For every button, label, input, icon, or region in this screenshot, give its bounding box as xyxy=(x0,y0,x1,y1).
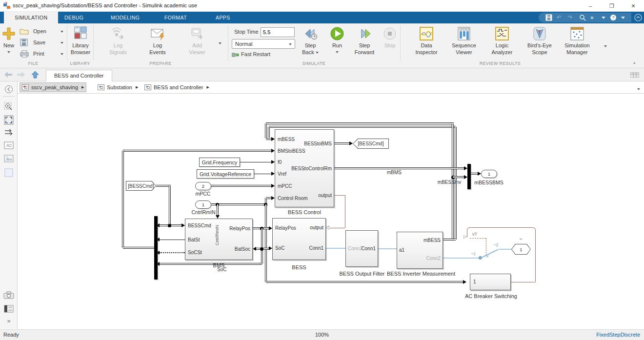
bus-creator[interactable] xyxy=(467,164,471,189)
block-bess-output-filter[interactable]: Conn2 Conn1 xyxy=(345,230,378,267)
wire[interactable] xyxy=(123,247,154,249)
wire[interactable] xyxy=(345,195,345,228)
wire[interactable] xyxy=(535,236,536,282)
add-viewer-button[interactable]: Add Viewer xyxy=(178,26,216,56)
wire-mbess-out[interactable] xyxy=(443,239,456,240)
switch-lever[interactable] xyxy=(481,249,499,259)
block-label-bess-control[interactable]: BESS Control xyxy=(265,209,344,215)
review-gallery-dropdown[interactable] xyxy=(604,43,607,49)
block-label-bess[interactable]: BESS xyxy=(272,264,326,270)
block-label-bms[interactable]: BMS xyxy=(185,262,253,268)
signal-label-mbessinv[interactable]: mBESSInv xyxy=(435,180,464,185)
wire-bmstobess[interactable] xyxy=(123,150,271,152)
block-bess-inverter-measurement[interactable]: a1 mBESS Conn2 xyxy=(397,232,443,269)
tab-debug[interactable]: DEBUG xyxy=(54,12,94,23)
simulation-manager-button[interactable]: Simulation Manager xyxy=(558,26,596,56)
breadcrumb-root[interactable]: sscv_peak_shaving ▶ xyxy=(20,82,86,92)
tab-modeling[interactable]: MODELING xyxy=(100,12,150,23)
annotation-icon[interactable]: A xyxy=(3,141,14,152)
wire-besstobms[interactable] xyxy=(334,142,350,144)
breadcrumb-substation[interactable]: Substation ▶ xyxy=(96,82,140,92)
wire-vref[interactable] xyxy=(254,174,271,174)
conserving-port[interactable]: 1 xyxy=(511,244,531,255)
signal-label-mbms[interactable]: mBMS xyxy=(387,170,402,175)
wire[interactable] xyxy=(266,197,271,199)
chevron-down-icon[interactable] xyxy=(621,17,625,19)
fit-to-view-icon[interactable] xyxy=(3,115,14,126)
wire[interactable] xyxy=(266,138,271,140)
outport-mbessbms[interactable]: 1 xyxy=(481,170,497,178)
phys-to-port[interactable] xyxy=(499,249,512,250)
layout-icon[interactable]: » xyxy=(590,14,597,21)
wire-f0[interactable] xyxy=(240,162,271,162)
block-label-bess-inverter-measurement[interactable]: BESS Inverter Measurement xyxy=(387,271,453,277)
open-button[interactable]: Open xyxy=(20,26,66,37)
search-icon[interactable] xyxy=(579,14,586,21)
data-inspector-button[interactable]: Data Inspector xyxy=(407,26,445,56)
wire-socst[interactable] xyxy=(160,252,185,253)
minimize-button[interactable]: – xyxy=(580,0,601,12)
logic-analyzer-button[interactable]: Logic Analyzer xyxy=(483,26,521,56)
wire[interactable] xyxy=(261,228,263,264)
block-label-bess-output-filter[interactable]: BESS Output Filter xyxy=(335,271,389,277)
document-tab[interactable]: BESS and Controller xyxy=(46,70,112,81)
fast-restart-toggle[interactable]: Fast Restart xyxy=(232,51,270,58)
wire-mbess-loop-top2[interactable] xyxy=(269,126,456,128)
collapse-ribbon-button[interactable]: ▴ xyxy=(633,60,636,65)
wire[interactable] xyxy=(268,127,270,138)
wire[interactable] xyxy=(330,228,345,228)
bus-selector[interactable] xyxy=(154,216,158,280)
wire-besscmd[interactable] xyxy=(170,224,181,226)
inport-mpcc-label[interactable]: mPCC xyxy=(191,191,215,197)
undo-icon[interactable]: ↶ xyxy=(557,14,564,21)
birds-eye-scope-button[interactable]: Bird's-Eye Scope xyxy=(521,26,559,56)
constant-grid-frequency[interactable]: Grid.Frequency xyxy=(199,158,240,167)
block-label-ac-breaker-switching[interactable]: AC Breaker Switching xyxy=(465,293,516,299)
wire[interactable] xyxy=(265,123,267,138)
outport-label[interactable]: mBESSBMS xyxy=(469,180,508,185)
close-button[interactable]: ✕ xyxy=(623,0,644,12)
wire-vt-dashed[interactable] xyxy=(470,238,486,239)
wire-besstocontrolrm[interactable] xyxy=(334,167,464,169)
wire[interactable] xyxy=(217,204,219,215)
wire-breaker-feedback[interactable] xyxy=(467,227,536,237)
library-browser-button[interactable]: Library Browser xyxy=(61,26,100,56)
chevron-down-icon[interactable] xyxy=(602,17,605,19)
block-ac-breaker-switching[interactable]: 1 xyxy=(470,274,511,290)
simulation-mode-select[interactable]: Normal xyxy=(232,39,295,49)
tab-simulation[interactable]: SIMULATION xyxy=(4,12,58,23)
maximize-button[interactable]: ❐ xyxy=(601,0,623,12)
log-signals-button[interactable]: Log Signals xyxy=(99,26,137,56)
wire-to-breaker[interactable] xyxy=(266,281,463,283)
wire-control-output[interactable] xyxy=(334,195,345,196)
tab-apps[interactable]: APPS xyxy=(205,12,241,23)
solver-link[interactable]: FixedStepDiscrete xyxy=(596,332,640,338)
block-bess[interactable]: RelayPos SoC output Conn1 xyxy=(272,218,326,260)
image-icon[interactable] xyxy=(3,155,14,165)
inport-cntrlrmin[interactable]: 1 xyxy=(195,200,211,209)
model-browser-icon[interactable] xyxy=(3,305,14,316)
stop-time-input[interactable] xyxy=(261,27,295,37)
wire[interactable] xyxy=(169,186,171,225)
grid-properties-icon[interactable] xyxy=(630,72,639,79)
block-bms[interactable]: BESSCmd BatSt SoCSt RelayPos BatSoc Cntr… xyxy=(185,219,253,260)
box-area-icon[interactable] xyxy=(3,168,14,179)
inport-mpcc[interactable]: 2 xyxy=(195,182,211,190)
save-icon[interactable] xyxy=(545,14,552,21)
wire[interactable] xyxy=(511,282,535,282)
breadcrumb-bess-controller[interactable]: BESS and Controller ▶ xyxy=(142,82,211,92)
wire[interactable] xyxy=(122,151,124,248)
prepare-gallery-dropdown[interactable] xyxy=(219,40,221,46)
block-bess-control[interactable]: mBESS BMStoBESS f0 Vref mPCC Control Roo… xyxy=(275,129,334,207)
sequence-viewer-button[interactable]: Sequence Viewer xyxy=(445,26,483,56)
constant-grid-voltageref[interactable]: Grid.VoltageReference xyxy=(197,169,254,179)
redo-icon[interactable]: ↷ xyxy=(568,14,575,21)
phys-to-switch[interactable] xyxy=(443,258,481,259)
wire[interactable] xyxy=(471,173,478,175)
wire-mbessinv[interactable] xyxy=(453,176,464,178)
wire-mpcc[interactable] xyxy=(211,185,271,187)
hide-browser-icon[interactable] xyxy=(3,85,14,96)
phys-conn1[interactable] xyxy=(326,248,345,249)
wire[interactable] xyxy=(265,204,267,282)
goto-tag-besscmd[interactable]: [BESSCmd] xyxy=(353,139,389,149)
